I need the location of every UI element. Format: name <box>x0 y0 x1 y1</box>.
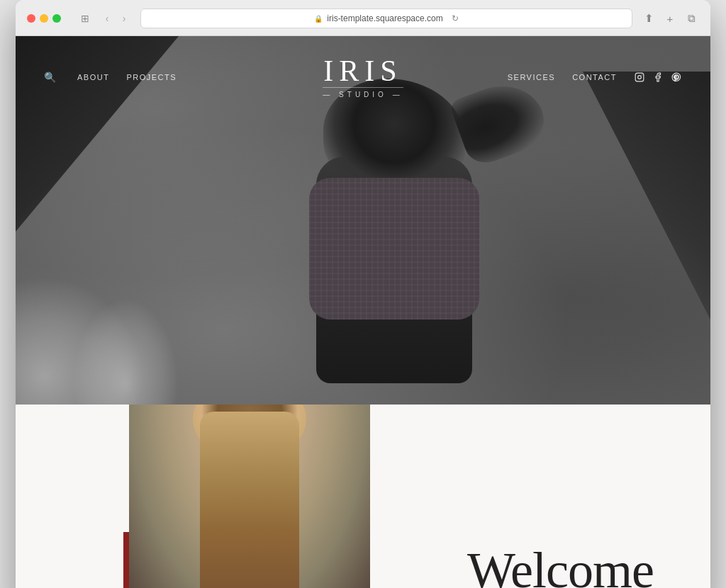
projects-link[interactable]: PROJECTS <box>126 73 177 81</box>
logo[interactable]: IRIS — STUDIO — <box>323 56 403 98</box>
logo-name: IRIS <box>323 56 403 86</box>
card-figure <box>186 405 313 588</box>
address-bar[interactable]: 🔒 iris-template.squarespace.com ↻ <box>140 9 632 28</box>
services-link[interactable]: SERVICES <box>508 73 555 81</box>
new-tab-button[interactable]: + <box>662 11 678 26</box>
browser-chrome: ⊞ ‹ › 🔒 iris-template.squarespace.com ↻ … <box>16 0 710 36</box>
nav-links-left: ABOUT PROJECTS <box>77 73 177 81</box>
fog-mid <box>72 298 179 405</box>
nav-links-right: SERVICES CONTACT <box>508 73 617 81</box>
about-link[interactable]: ABOUT <box>77 73 109 81</box>
back-button[interactable]: ‹ <box>99 11 115 26</box>
navigation: 🔍 ABOUT PROJECTS IRIS — STUDIO — SERVICE… <box>16 36 710 118</box>
forward-button[interactable]: › <box>116 11 132 26</box>
traffic-lights <box>27 14 61 23</box>
search-icon[interactable]: 🔍 <box>44 72 56 83</box>
reload-button[interactable]: ↻ <box>452 13 459 23</box>
nav-buttons: ‹ › <box>99 11 132 26</box>
lock-icon: 🔒 <box>314 15 323 23</box>
social-icons <box>634 72 682 83</box>
hero-section: 🔍 ABOUT PROJECTS IRIS — STUDIO — SERVICE… <box>16 36 710 405</box>
website-content: 🔍 ABOUT PROJECTS IRIS — STUDIO — SERVICE… <box>16 36 710 588</box>
svg-point-1 <box>638 76 642 79</box>
browser-actions: ⬆ + ⧉ <box>641 11 699 26</box>
card-body <box>200 412 299 588</box>
url-text: iris-template.squarespace.com <box>327 13 442 23</box>
contact-link[interactable]: CONTACT <box>572 73 617 81</box>
accent-bar <box>123 532 129 588</box>
logo-tagline: — STUDIO — <box>323 87 403 98</box>
hero-figure <box>295 79 522 397</box>
figure-sweater <box>309 178 479 320</box>
sidebar-toggle-button[interactable]: ⊞ <box>75 11 95 26</box>
featured-photo <box>129 405 370 588</box>
browser-controls: ⊞ ‹ › <box>75 11 132 26</box>
share-button[interactable]: ⬆ <box>641 11 657 26</box>
close-button[interactable] <box>27 14 35 23</box>
pinterest-icon[interactable] <box>671 72 682 83</box>
photo-content <box>129 405 370 588</box>
minimize-button[interactable] <box>40 14 48 23</box>
welcome-section: Welcome <box>467 545 654 588</box>
nav-right: SERVICES CONTACT <box>508 72 682 83</box>
welcome-heading: Welcome <box>467 545 654 588</box>
maximize-button[interactable] <box>52 14 61 23</box>
facebook-icon[interactable] <box>652 72 664 83</box>
bottom-section: Welcome <box>16 405 710 588</box>
svg-rect-0 <box>635 73 644 81</box>
svg-point-2 <box>642 74 642 75</box>
instagram-icon[interactable] <box>634 72 645 83</box>
nav-left: 🔍 ABOUT PROJECTS <box>44 72 177 83</box>
window-button[interactable]: ⧉ <box>683 11 699 26</box>
browser-window: ⊞ ‹ › 🔒 iris-template.squarespace.com ↻ … <box>16 0 710 588</box>
